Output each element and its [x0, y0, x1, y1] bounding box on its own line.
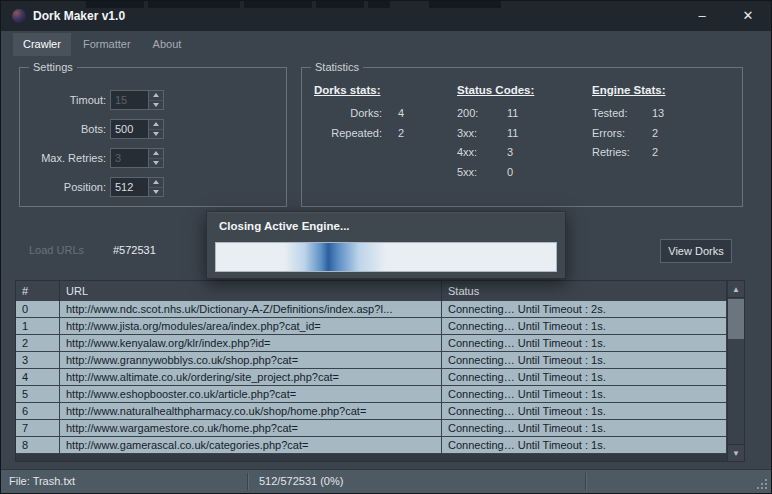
cell-url: http://www.gamerascal.co.uk/categories.p…: [60, 437, 442, 453]
tab-formatter[interactable]: Formatter: [73, 33, 141, 56]
code-3xx-label: 3xx:: [457, 124, 491, 144]
table-row[interactable]: 4http://www.altimate.co.uk/ordering/site…: [16, 369, 727, 386]
tested-label: Tested:: [592, 104, 644, 124]
chevron-up-icon: [153, 93, 159, 97]
background-window-artifact: [429, 1, 501, 8]
cell-index: 3: [16, 352, 60, 368]
spin-down-button[interactable]: [149, 129, 163, 139]
bots-stepper[interactable]: 500: [110, 119, 164, 139]
engine-stats-header: Engine Stats:: [592, 84, 665, 96]
chevron-down-icon: [153, 103, 159, 107]
timeout-stepper[interactable]: 15: [110, 90, 164, 110]
chevron-down-icon: [153, 132, 159, 136]
table-body: 0http://www.ndc.scot.nhs.uk/Dictionary-A…: [16, 301, 727, 461]
dorks-stats-header: Dorks stats:: [314, 84, 404, 96]
background-window-artifact: [148, 1, 240, 8]
repeated-label: Repeated:: [314, 124, 382, 144]
background-window-artifact: [316, 1, 364, 8]
spin-down-button[interactable]: [149, 100, 163, 110]
cell-index: 5: [16, 386, 60, 402]
app-icon: [12, 9, 26, 23]
tab-about[interactable]: About: [143, 33, 192, 56]
table-row[interactable]: 1http://www.jista.org/modules/area/index…: [16, 318, 727, 335]
repeated-value: 2: [398, 127, 404, 139]
status-codes-header: Status Codes:: [457, 84, 534, 96]
table-row[interactable]: 5http://www.eshopbooster.co.uk/article.p…: [16, 386, 727, 403]
cell-index: 7: [16, 420, 60, 436]
table-row[interactable]: 7http://www.wargamestore.co.uk/home.php?…: [16, 420, 727, 437]
scroll-down-button[interactable]: ▼: [728, 444, 744, 461]
code-5xx-label: 5xx:: [457, 163, 491, 183]
statusbar-divider: [585, 473, 586, 490]
statistics-group: Statistics Dorks stats: Dorks:4 Repeated…: [301, 67, 743, 207]
code-200-label: 200:: [457, 104, 491, 124]
settings-group: Settings Timout: 15 Bots: 500: [19, 67, 287, 207]
table-row[interactable]: 8http://www.gamerascal.co.uk/categories.…: [16, 437, 727, 454]
spin-down-button[interactable]: [149, 158, 163, 168]
max-retries-row: Max. Retries: 3: [28, 148, 286, 168]
retries-value: 2: [652, 146, 658, 158]
cell-url: http://www.ndc.scot.nhs.uk/Dictionary-A-…: [60, 301, 442, 317]
table-row[interactable]: 3http://www.grannywobblys.co.uk/shop.php…: [16, 352, 727, 369]
load-urls-button[interactable]: Load URLs: [29, 244, 84, 256]
column-header-index[interactable]: #: [16, 281, 60, 301]
max-retries-stepper[interactable]: 3: [110, 148, 164, 168]
cell-status: Connecting… Until Timeout : 1s.: [442, 420, 727, 436]
position-value: 512: [111, 178, 148, 196]
cell-status: Connecting… Until Timeout : 1s.: [442, 318, 727, 334]
spin-up-button[interactable]: [149, 120, 163, 129]
app-window: Dork Maker v1.0 – ✕ Crawler Formatter Ab…: [0, 0, 772, 494]
chevron-up-icon: [153, 151, 159, 155]
errors-label: Errors:: [592, 124, 644, 144]
bots-value: 500: [111, 120, 148, 138]
minimize-button[interactable]: –: [685, 1, 719, 31]
cell-index: 4: [16, 369, 60, 385]
table-row[interactable]: 0http://www.ndc.scot.nhs.uk/Dictionary-A…: [16, 301, 727, 318]
dorks-label: Dorks:: [314, 104, 382, 124]
closing-progress-bar: [215, 242, 557, 272]
cell-url: http://www.wargamestore.co.uk/home.php?c…: [60, 420, 442, 436]
statusbar-divider: [247, 473, 248, 490]
chevron-down-icon: [153, 190, 159, 194]
status-codes-column: Status Codes: 200:11 3xx:11 4xx:3 5xx:0: [457, 84, 534, 182]
cell-url: http://www.grannywobblys.co.uk/shop.php?…: [60, 352, 442, 368]
column-header-url[interactable]: URL: [60, 281, 442, 301]
cell-index: 6: [16, 403, 60, 419]
vertical-scrollbar[interactable]: ▲ ▼: [727, 281, 744, 461]
dialog-title: Closing Active Engine...: [219, 220, 350, 232]
cell-status: Connecting… Until Timeout : 1s.: [442, 403, 727, 419]
column-header-status[interactable]: Status: [442, 281, 727, 301]
cell-url: http://www.altimate.co.uk/ordering/site_…: [60, 369, 442, 385]
status-file-label: File: Trash.txt: [9, 470, 75, 493]
scroll-up-button[interactable]: ▲: [728, 281, 744, 298]
cell-index: 0: [16, 301, 60, 317]
close-button[interactable]: ✕: [731, 1, 765, 31]
chevron-up-icon: [153, 180, 159, 184]
cell-index: 2: [16, 335, 60, 351]
position-stepper[interactable]: 512: [110, 177, 164, 197]
cell-status: Connecting… Until Timeout : 1s.: [442, 369, 727, 385]
cell-index: 1: [16, 318, 60, 334]
spin-down-button[interactable]: [149, 187, 163, 197]
url-table: # URL Status 0http://www.ndc.scot.nhs.uk…: [15, 280, 745, 462]
resize-grip-icon[interactable]: [765, 487, 767, 489]
settings-legend: Settings: [29, 61, 77, 74]
timeout-row: Timout: 15: [28, 90, 286, 110]
cell-status: Connecting… Until Timeout : 1s.: [442, 386, 727, 402]
scrollbar-thumb[interactable]: [728, 299, 744, 339]
errors-value: 2: [652, 127, 658, 139]
cell-url: http://www.kenyalaw.org/klr/index.php?id…: [60, 335, 442, 351]
cell-status: Connecting… Until Timeout : 1s.: [442, 335, 727, 351]
table-row[interactable]: 6http://www.naturalhealthpharmacy.co.uk/…: [16, 403, 727, 420]
view-dorks-button[interactable]: View Dorks: [660, 239, 732, 263]
bots-row: Bots: 500: [28, 119, 286, 139]
chevron-down-icon: [153, 161, 159, 165]
cell-index: 8: [16, 437, 60, 453]
table-row[interactable]: 2http://www.kenyalaw.org/klr/index.php?i…: [16, 335, 727, 352]
statistics-legend: Statistics: [311, 61, 363, 74]
tab-crawler[interactable]: Crawler: [13, 33, 71, 56]
spin-up-button[interactable]: [149, 91, 163, 100]
spin-up-button[interactable]: [149, 178, 163, 187]
spin-up-button[interactable]: [149, 149, 163, 158]
status-bar: File: Trash.txt 512/572531 (0%): [1, 469, 771, 493]
